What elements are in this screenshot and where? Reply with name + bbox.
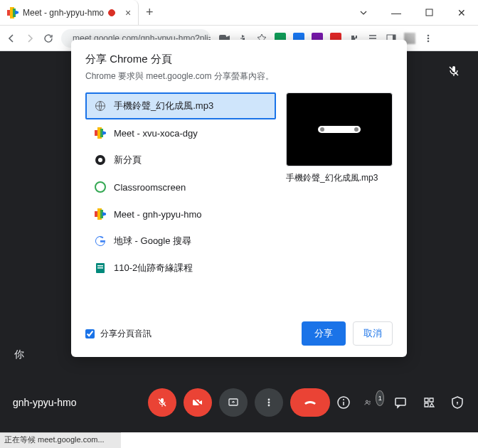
tab-option-label: 手機鈴聲_幻化成風.mp3 bbox=[114, 100, 213, 112]
meet-icon bbox=[94, 127, 107, 139]
share-audio-input[interactable] bbox=[85, 329, 95, 338]
svg-point-16 bbox=[369, 401, 371, 402]
tab-close-icon[interactable]: × bbox=[125, 7, 131, 18]
status-bar: 正在等候 meet.google.com... bbox=[0, 432, 121, 448]
new-tab-button[interactable]: + bbox=[139, 0, 160, 25]
svg-point-22 bbox=[95, 182, 105, 192]
tab-option[interactable]: Meet - xvu-xoca-dgy bbox=[85, 119, 276, 146]
back-button[interactable] bbox=[6, 33, 18, 44]
svg-point-12 bbox=[268, 405, 270, 407]
camera-toggle-button[interactable] bbox=[184, 388, 212, 417]
menu-dots-icon[interactable] bbox=[423, 33, 434, 44]
tab-option-label: 110-2仙跡奇緣課程 bbox=[114, 262, 193, 274]
share-audio-checkbox[interactable]: 分享分頁音訊 bbox=[85, 328, 152, 340]
tab-option-label: Meet - gnh-ypyu-hmo bbox=[114, 209, 202, 220]
svg-rect-17 bbox=[395, 398, 405, 405]
reload-button[interactable] bbox=[43, 33, 55, 44]
window-titlebar: Meet - gnh-ypyu-hmo × + — ✕ bbox=[0, 0, 478, 26]
center-controls bbox=[148, 388, 330, 417]
audio-player-icon bbox=[318, 126, 361, 133]
tab-option-label: Meet - xvu-xoca-dgy bbox=[114, 128, 198, 139]
recording-indicator-icon bbox=[108, 9, 115, 16]
share-tab-dialog: 分享 Chrome 分頁 Chrome 要求與 meet.google.com … bbox=[71, 40, 407, 357]
share-button[interactable]: 分享 bbox=[302, 321, 346, 346]
tab-option[interactable]: Meet - gnh-ypyu-hmo bbox=[85, 201, 276, 228]
info-button[interactable] bbox=[336, 395, 351, 410]
tab-option[interactable]: Classroomscreen bbox=[85, 174, 276, 201]
preview-pane: 手機鈴聲_幻化成風.mp3 bbox=[286, 92, 393, 282]
activities-button[interactable] bbox=[421, 395, 437, 410]
google-g-icon bbox=[94, 235, 107, 247]
svg-point-5 bbox=[427, 34, 430, 36]
dialog-title: 分享 Chrome 分頁 bbox=[85, 53, 393, 66]
svg-point-21 bbox=[98, 158, 102, 162]
tab-option[interactable]: 手機鈴聲_幻化成風.mp3 bbox=[85, 92, 276, 119]
svg-point-15 bbox=[366, 400, 368, 402]
tab-option-label: 地球 - Google 搜尋 bbox=[114, 235, 191, 247]
svg-rect-25 bbox=[97, 267, 103, 269]
right-controls: 1 bbox=[336, 395, 465, 410]
svg-point-6 bbox=[427, 37, 430, 39]
meeting-code: gnh-ypyu-hmo bbox=[13, 397, 77, 408]
chevron-down-icon[interactable] bbox=[347, 0, 380, 25]
mic-toggle-button[interactable] bbox=[148, 388, 176, 417]
tab-list: 手機鈴聲_幻化成風.mp3 Meet - xvu-xoca-dgy 新分頁 Cl… bbox=[85, 92, 276, 282]
share-audio-label: 分享分頁音訊 bbox=[100, 328, 152, 340]
more-options-button[interactable] bbox=[255, 388, 283, 417]
svg-point-10 bbox=[268, 399, 270, 401]
preview-label: 手機鈴聲_幻化成風.mp3 bbox=[286, 172, 393, 184]
preview-thumbnail bbox=[286, 92, 393, 166]
close-window-button[interactable]: ✕ bbox=[445, 0, 478, 25]
present-screen-button[interactable] bbox=[219, 388, 248, 417]
meet-icon bbox=[94, 208, 107, 220]
window-controls: — ✕ bbox=[347, 0, 478, 25]
tab-title: Meet - gnh-ypyu-hmo bbox=[23, 8, 104, 18]
tab-option-label: 新分頁 bbox=[114, 154, 142, 166]
tab-option[interactable]: 新分頁 bbox=[85, 146, 276, 174]
meet-favicon-icon bbox=[7, 7, 18, 18]
document-icon bbox=[94, 262, 107, 274]
maximize-button[interactable] bbox=[413, 0, 445, 25]
tab-option[interactable]: 地球 - Google 搜尋 bbox=[85, 228, 276, 255]
meet-controls-bar: gnh-ypyu-hmo 1 bbox=[0, 381, 478, 424]
browser-tab[interactable]: Meet - gnh-ypyu-hmo × bbox=[0, 0, 139, 25]
forward-button[interactable] bbox=[24, 33, 37, 44]
globe-icon bbox=[94, 100, 107, 112]
dialog-subtitle: Chrome 要求與 meet.google.com 分享螢幕內容。 bbox=[85, 70, 393, 82]
svg-rect-24 bbox=[97, 265, 103, 267]
cancel-button[interactable]: 取消 bbox=[353, 321, 393, 346]
participants-button[interactable]: 1 bbox=[364, 395, 380, 410]
chrome-icon bbox=[94, 154, 107, 166]
svg-point-11 bbox=[268, 402, 270, 404]
self-label: 你 bbox=[14, 348, 24, 361]
mic-muted-icon bbox=[447, 64, 461, 78]
minimize-button[interactable]: — bbox=[380, 0, 413, 25]
svg-point-14 bbox=[343, 399, 344, 400]
hangup-button[interactable] bbox=[290, 388, 330, 417]
svg-rect-0 bbox=[426, 9, 432, 16]
tab-option-label: Classroomscreen bbox=[114, 182, 186, 193]
svg-point-7 bbox=[427, 40, 430, 42]
participant-count-badge: 1 bbox=[376, 390, 384, 406]
chat-button[interactable] bbox=[393, 395, 408, 410]
tab-option[interactable]: 110-2仙跡奇緣課程 bbox=[85, 255, 276, 282]
host-controls-button[interactable] bbox=[450, 395, 465, 410]
classroomscreen-icon bbox=[94, 181, 107, 193]
